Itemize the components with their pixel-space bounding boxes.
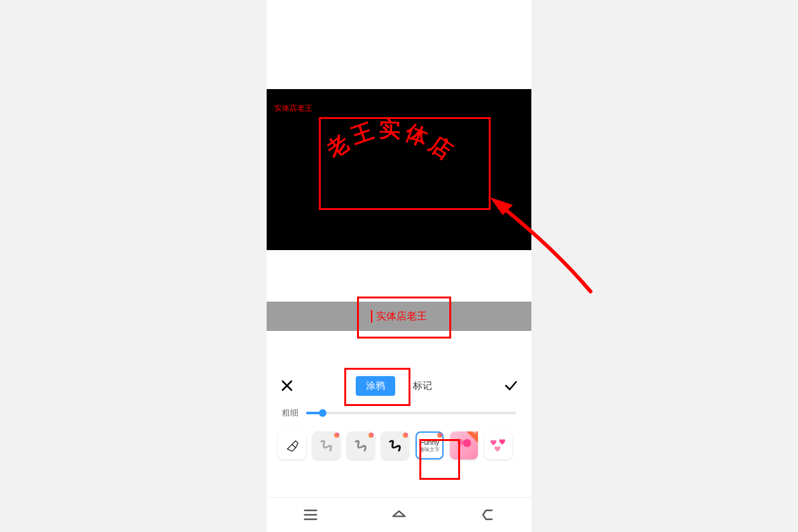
brush-funny-subtitle: 趣味文字	[419, 447, 440, 452]
menu-icon	[302, 506, 319, 524]
color-dot-icon	[437, 433, 442, 438]
slider-thumb[interactable]	[319, 409, 326, 417]
confirm-button[interactable]	[503, 378, 519, 393]
phone-frame: 实体店老王 老王实体店 实体店老王	[267, 0, 531, 532]
nav-recents-button[interactable]	[302, 506, 319, 524]
brush-eraser[interactable]	[278, 431, 306, 459]
squiggle-icon	[319, 438, 334, 453]
home-icon	[390, 506, 408, 524]
thickness-row: 粗细	[267, 403, 531, 423]
back-icon	[479, 506, 496, 524]
brush-soft[interactable]	[312, 431, 340, 459]
color-dot-icon	[334, 433, 339, 438]
tab-doodle[interactable]: 涂鸦	[356, 376, 395, 396]
hearts-icon	[489, 436, 508, 455]
canvas-area[interactable]: 实体店老王 老王实体店	[267, 0, 531, 302]
thickness-slider[interactable]	[306, 412, 516, 414]
system-nav-bar	[267, 497, 531, 532]
eraser-icon	[285, 438, 299, 452]
color-dot-icon	[403, 433, 408, 438]
svg-point-1	[458, 439, 464, 445]
brush-funny-title: Funny	[420, 439, 440, 446]
brush-sticker-flowers[interactable]: NEW	[450, 431, 478, 459]
text-input-value: 实体店老王	[376, 310, 427, 323]
thickness-label: 粗细	[282, 407, 298, 419]
nav-back-button[interactable]	[479, 506, 496, 524]
brush-hard[interactable]	[381, 431, 409, 459]
brush-sticker-hearts[interactable]	[484, 431, 512, 459]
brush-medium[interactable]	[347, 431, 375, 459]
svg-point-3	[459, 445, 466, 452]
color-dot-icon	[368, 433, 374, 438]
drawn-rectangle	[319, 117, 491, 210]
mode-tabs: 涂鸦 标记	[356, 376, 442, 396]
check-icon	[503, 378, 519, 393]
squiggle-icon	[353, 438, 368, 453]
text-input-bar[interactable]: 实体店老王	[267, 302, 531, 331]
panel-header: 涂鸦 标记	[267, 368, 531, 403]
close-icon	[279, 378, 295, 393]
tool-panel: 涂鸦 标记 粗细	[267, 368, 531, 495]
tab-mark[interactable]: 标记	[403, 376, 442, 396]
watermark-label: 实体店老王	[274, 103, 312, 114]
text-cursor	[371, 310, 372, 323]
close-button[interactable]	[279, 378, 295, 393]
squiggle-icon	[388, 438, 403, 453]
nav-home-button[interactable]	[390, 506, 408, 524]
brush-row: Funny 趣味文字 NEW	[267, 423, 531, 459]
brush-funny-text[interactable]: Funny 趣味文字	[416, 431, 444, 459]
